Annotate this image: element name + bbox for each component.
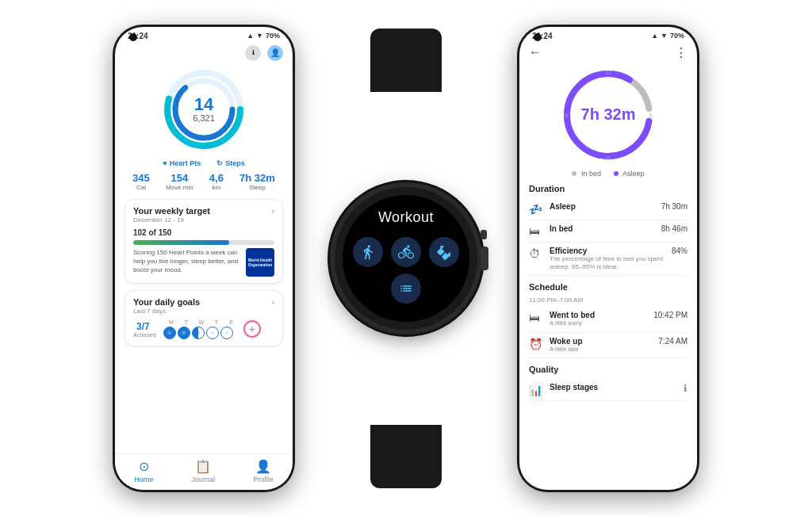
cal-name: Cal [132, 184, 150, 191]
asleep-value: 7h 30m [661, 202, 688, 211]
watch-button [481, 230, 487, 239]
status-bar-left: 21:24 ▲ ▼ 70% [115, 27, 293, 42]
efficiency-icon: ⏱ [529, 247, 543, 260]
cal-value: 345 [132, 172, 150, 184]
progress-fill [133, 240, 229, 245]
watch-icons-row [353, 237, 459, 267]
sleep-screen: ← ⋮ 12 3 6 9 [519, 42, 697, 483]
asleep-legend: Asleep [614, 170, 645, 178]
progress-bar [133, 240, 274, 245]
wakeup-info: Woke up A little late [550, 337, 658, 354]
back-button[interactable]: ← [529, 45, 542, 59]
inbed-legend: In bed [572, 170, 601, 178]
ring-steps: 6,321 [193, 113, 215, 123]
chevron-right-icon: › [272, 207, 274, 216]
stat-inbed: 🛏 In bed 8h 46m [529, 220, 688, 243]
watch-crown [481, 247, 488, 270]
day-t2: ○ [206, 327, 219, 339]
goals-row: 3/7 Achieved M T W T F [133, 319, 274, 339]
profile-icon: 👤 [255, 459, 271, 474]
svg-text:6: 6 [607, 155, 610, 161]
chevron-right-icon2: › [272, 298, 274, 307]
ring-text: 14 6,321 [193, 96, 215, 123]
weekly-body-text: Scoring 150 Heart Points a week can help… [133, 248, 246, 275]
avatar[interactable]: 👤 [267, 45, 283, 61]
signal-icon: ▲ [247, 32, 254, 40]
watch-shell: Workout [319, 76, 493, 441]
metrics-row: 345 Cal 154 Move min 4,6 km 7h 32m Sleep [124, 172, 283, 191]
asleep-dot [614, 171, 619, 176]
day-t: ⊙ [178, 327, 190, 339]
rowing-button[interactable] [429, 237, 459, 267]
stages-info-icon[interactable]: ℹ [684, 383, 688, 394]
km-name: km [209, 184, 224, 191]
watch-title: Workout [378, 209, 434, 226]
daily-goals-card[interactable]: Your daily goals › Last 7 days 3/7 Achie… [124, 290, 283, 346]
fit-screen: ℹ 👤 14 [115, 42, 293, 483]
stat-wakeup: ⏰ Woke up A little late 7:24 AM [529, 333, 688, 358]
info-icon[interactable]: ℹ [245, 45, 261, 61]
sleep-header: ← ⋮ [519, 42, 697, 63]
watch-case: Workout [335, 187, 477, 330]
sleep-ring: 12 3 6 9 7h 32m [519, 63, 697, 166]
duration-title: Duration [529, 184, 688, 193]
run-button[interactable] [353, 237, 383, 267]
list-button[interactable] [391, 273, 421, 304]
stat-asleep: 💤 Asleep 7h 30m [529, 198, 688, 220]
main-container: 21:24 ▲ ▼ 70% ℹ 👤 [0, 0, 812, 516]
nav-journal[interactable]: 📋 Journal [191, 459, 215, 484]
nav-profile[interactable]: 👤 Profile [253, 459, 274, 484]
inbed-value: 8h 46m [661, 224, 688, 233]
bedtime-value: 10:42 PM [653, 311, 688, 319]
stat-sleep-stages: 📊 Sleep stages ℹ [529, 379, 688, 401]
ring-value: 14 [193, 96, 215, 113]
daily-goals-title: Your daily goals [133, 297, 200, 307]
watch-band-bottom [370, 425, 442, 488]
bedtime-icon: 🛏 [529, 312, 543, 324]
achieved-count: 3/7 Achieved [133, 321, 156, 338]
efficiency-info: Efficiency The percentage of time in bed… [550, 247, 672, 272]
battery-right: 70% [670, 32, 684, 40]
weekly-date: December 12 - 19 [133, 216, 274, 224]
schedule-time-range: 11:00 PM–7:00 AM [529, 296, 688, 304]
inbed-icon: 🛏 [529, 225, 543, 238]
inbed-info: In bed [550, 224, 661, 233]
sleep-legend: In bed Asleep [519, 170, 697, 178]
who-logo: World Health Organization [246, 248, 274, 277]
day-w: ⊙ [192, 327, 205, 339]
day-labels: M T W T F [163, 319, 238, 325]
camera-hole-right [534, 33, 542, 41]
status-bar-right: 21:24 ▲ ▼ 70% [519, 27, 697, 42]
svg-text:12: 12 [605, 70, 611, 75]
weekly-target-card[interactable]: Your weekly target › December 12 - 19 10… [124, 199, 283, 284]
steps-icon: ↻ [216, 159, 223, 167]
metrics-labels: ♥ Heart Pts ↻ Steps [124, 159, 283, 167]
svg-text:9: 9 [565, 113, 568, 118]
add-button[interactable]: + [243, 320, 261, 338]
heart-icon: ♥ [163, 159, 167, 167]
battery-left: 70% [266, 32, 280, 40]
inbed-dot [572, 171, 576, 176]
camera-hole [129, 33, 137, 41]
bike-button[interactable] [391, 237, 421, 267]
asleep-icon: 💤 [529, 203, 543, 216]
schedule-title: Schedule [529, 282, 688, 292]
fit-header: ℹ 👤 [124, 42, 283, 66]
steps-label: ↻ Steps [216, 159, 245, 167]
sleep-stats: Duration 💤 Asleep 7h 30m 🛏 In bed 8 [519, 184, 697, 402]
asleep-info: Asleep [550, 202, 661, 211]
status-icons-left: ▲ ▼ 70% [247, 32, 280, 40]
stages-icon: 📊 [529, 384, 543, 396]
sleep-duration: 7h 32m [581, 105, 636, 124]
stat-bedtime: 🛏 Went to bed A little early 10:42 PM [529, 307, 688, 332]
stages-info: Sleep stages [550, 383, 684, 392]
day-m: ⊙ [163, 327, 176, 339]
more-button[interactable]: ⋮ [675, 45, 688, 60]
watch-screen: Workout [343, 195, 469, 322]
nav-home[interactable]: ⊙ Home [134, 459, 153, 484]
weekly-progress-label: 102 of 150 [133, 228, 274, 237]
status-icons-right: ▲ ▼ 70% [651, 32, 684, 40]
sleep-value: 7h 32m [239, 172, 275, 184]
efficiency-value: 84% [672, 247, 688, 255]
right-phone: 21:24 ▲ ▼ 70% ← ⋮ [517, 25, 699, 492]
